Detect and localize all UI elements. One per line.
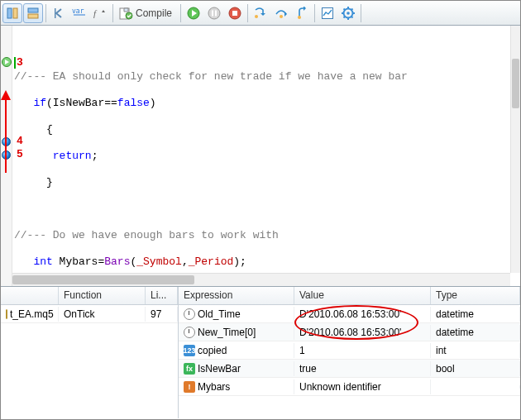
cell-expression: Old_Time (179, 307, 294, 322)
step-out-button[interactable] (292, 3, 312, 23)
col-value[interactable]: Value (294, 287, 431, 304)
annotation-arrow (5, 93, 7, 173)
svg-text:f: f (93, 8, 98, 18)
cell-text: Mybars (198, 381, 230, 393)
cell-function: OnTick (59, 307, 146, 322)
svg-line-28 (351, 8, 353, 10)
cell-type: datetime (431, 325, 520, 340)
cell-text: IsNewBar (198, 363, 241, 375)
cell-expression: New_Time[0] (179, 325, 294, 340)
cell-type: bool (431, 361, 520, 376)
current-line-marker (1, 56, 12, 68)
svg-rect-11 (212, 10, 213, 16)
col-file[interactable] (1, 287, 59, 304)
step-into-button[interactable] (251, 3, 270, 23)
cell-expression: 123copied (179, 343, 294, 358)
svg-point-16 (280, 15, 283, 18)
watch-row[interactable]: fxIsNewBartruebool (179, 360, 520, 378)
toggle-var-watch-button[interactable]: var (69, 3, 89, 23)
svg-point-17 (298, 16, 301, 19)
svg-point-20 (347, 12, 350, 15)
svg-rect-4 (55, 8, 56, 18)
start-debug-button[interactable] (184, 3, 203, 23)
col-expression[interactable]: Expression (179, 287, 294, 304)
cell-type: int (431, 343, 520, 358)
clock-icon (184, 327, 195, 338)
clock-icon (184, 308, 195, 320)
col-line[interactable]: Li... (146, 287, 178, 304)
settings-button[interactable] (338, 3, 358, 23)
svg-line-26 (351, 16, 353, 17)
separator (112, 4, 113, 22)
toolbar: var f Compile (1, 1, 520, 26)
watch-header: Expression Value Type (179, 287, 520, 305)
cell-value: Unknown identifier (294, 379, 431, 394)
cell-line: 97 (146, 307, 178, 322)
cell-value: 1 (294, 343, 431, 358)
watch-row[interactable]: 123copied1int (179, 341, 520, 360)
svg-rect-1 (13, 8, 17, 18)
watch-row[interactable]: Old_TimeD'2010.06.08 16:53:00'datetime (179, 305, 520, 323)
separator (247, 4, 248, 22)
watch-row[interactable]: New_Time[0]D'2010.06.08 16:53:00'datetim… (179, 323, 520, 341)
navigate-back-button[interactable] (49, 3, 69, 23)
cell-value: D'2010.06.08 16:53:00' (294, 325, 431, 340)
debug-panels: Function Li... t_EA.mq5 OnTick 97 Expres… (1, 286, 520, 418)
callstack-header: Function Li... (1, 287, 178, 305)
svg-rect-12 (215, 10, 217, 16)
svg-rect-2 (28, 8, 38, 12)
compile-button[interactable]: Compile (116, 3, 178, 23)
svg-point-10 (208, 7, 220, 19)
col-function[interactable]: Function (59, 287, 146, 304)
separator (180, 4, 181, 22)
num-icon: 123 (184, 345, 195, 356)
err-icon: ! (184, 381, 195, 393)
toggle-folding-button[interactable] (23, 3, 43, 23)
stop-debug-button[interactable] (225, 3, 245, 23)
cell-file: t_EA.mq5 (1, 307, 59, 322)
code-area[interactable]: //--- EA should only check for new trade… (12, 26, 510, 273)
bool-icon: fx (184, 363, 195, 375)
file-icon (6, 309, 7, 319)
cell-expression: fxIsNewBar (179, 361, 294, 376)
cell-text: New_Time[0] (198, 327, 256, 338)
watch-panel: Expression Value Type Old_TimeD'2010.06.… (179, 287, 520, 418)
step-over-button[interactable] (271, 3, 291, 23)
horizontal-scrollbar[interactable] (12, 273, 510, 286)
svg-line-27 (344, 16, 346, 17)
svg-rect-3 (28, 14, 38, 18)
callstack-row[interactable]: t_EA.mq5 OnTick 97 (1, 305, 178, 323)
open-chart-button[interactable] (318, 3, 337, 23)
separator (314, 4, 315, 22)
cell-expression: !Mybars (179, 379, 294, 394)
cell-text: copied (198, 345, 227, 356)
callstack-panel: Function Li... t_EA.mq5 OnTick 97 (1, 287, 179, 418)
svg-text:var: var (72, 7, 84, 15)
toggle-bookmarks-button[interactable] (2, 3, 22, 23)
code-text: //--- EA should only check for new trade… (14, 70, 408, 83)
separator (45, 4, 46, 22)
cell-type (431, 385, 520, 389)
svg-rect-0 (7, 8, 12, 18)
cell-type: datetime (431, 307, 520, 322)
svg-point-15 (255, 15, 258, 18)
svg-line-25 (344, 8, 346, 10)
compile-label: Compile (136, 7, 172, 19)
watch-row[interactable]: !MybarsUnknown identifier (179, 378, 520, 396)
separator (361, 4, 361, 22)
cell-text: Old_Time (198, 308, 241, 320)
col-type[interactable]: Type (431, 287, 520, 304)
svg-rect-14 (232, 11, 237, 16)
function-list-button[interactable]: f (90, 3, 110, 23)
svg-point-8 (126, 12, 132, 19)
vertical-scrollbar[interactable] (510, 26, 520, 273)
code-editor[interactable]: 3 4 5 //--- EA should only check for new… (1, 26, 520, 286)
cell-value: D'2010.06.08 16:53:00' (294, 307, 431, 322)
cell-value: true (294, 361, 431, 376)
pause-debug-button[interactable] (204, 3, 224, 23)
cell-text: t_EA.mq5 (10, 308, 54, 320)
